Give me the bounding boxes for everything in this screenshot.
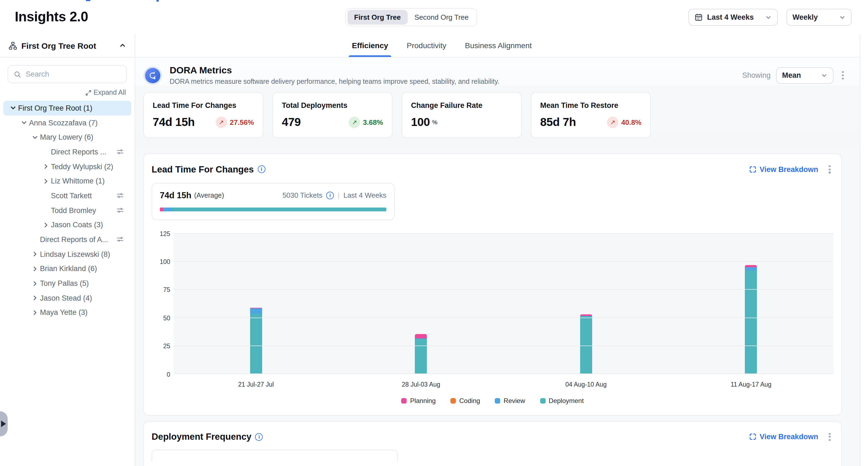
granularity-value: Weekly <box>793 13 818 21</box>
chevron-down-icon[interactable] <box>19 120 29 125</box>
caret-right-icon <box>1 420 6 427</box>
chevron-down-icon <box>821 72 828 79</box>
org-tab-first[interactable]: First Org Tree <box>347 10 407 25</box>
dora-metrics-band: DORA Metrics DORA metrics measure softwa… <box>135 58 860 148</box>
stacked-bar-11-aug-17-aug[interactable] <box>745 265 757 374</box>
tree-item-first-org-tree-root-1[interactable]: First Org Tree Root (1) <box>3 101 131 115</box>
filter-sliders-icon[interactable] <box>117 236 124 243</box>
chevron-right-icon[interactable] <box>30 251 40 257</box>
phase-distribution-bar <box>160 207 386 211</box>
filter-sliders-icon[interactable] <box>117 192 124 199</box>
date-range-select[interactable]: Last 4 Weeks <box>688 9 778 26</box>
section-more-menu[interactable] <box>826 431 834 443</box>
tree-item-jason-coats-3[interactable]: Jason Coats (3) <box>3 218 131 232</box>
legend-item-planning[interactable]: Planning <box>401 397 436 404</box>
metric-card-change-failure-rate: Change Failure Rate 100% <box>402 92 522 138</box>
granularity-select[interactable]: Weekly <box>786 9 851 26</box>
panel-expand-handle[interactable] <box>0 411 8 436</box>
legend-swatch <box>401 398 407 403</box>
chevron-right-icon[interactable] <box>40 178 51 184</box>
tree-item-liz-whittome-1[interactable]: Liz Whittome (1) <box>3 174 131 188</box>
chevron-down-icon[interactable] <box>30 135 40 140</box>
org-tree-sidebar: First Org Tree Root Expand All First Org… <box>0 34 135 466</box>
gridline <box>174 289 834 290</box>
tree-item-mary-lowery-6[interactable]: Mary Lowery (6) <box>3 130 131 145</box>
view-tabs: EfficiencyProductivityBusiness Alignment <box>135 34 860 58</box>
filter-sliders-icon[interactable] <box>117 148 124 155</box>
chevron-down-icon[interactable] <box>8 106 18 111</box>
trend-badge: ↗ 40.8% <box>607 116 642 128</box>
chevron-right-icon[interactable] <box>30 266 40 271</box>
sidebar-header: First Org Tree Root <box>0 34 135 58</box>
phase-segment-review <box>164 207 172 211</box>
section-more-menu[interactable] <box>826 163 834 175</box>
metric-value: 100 <box>411 116 430 129</box>
tree-item-brian-kirkland-6[interactable]: Brian Kirkland (6) <box>3 261 131 276</box>
scrollbar-track[interactable] <box>860 34 868 466</box>
legend-label: Deployment <box>549 397 584 404</box>
legend-item-review[interactable]: Review <box>495 397 525 404</box>
tree-item-scott-tarkett[interactable]: Scott Tarkett <box>3 188 131 203</box>
tree-item-jason-stead-4[interactable]: Jason Stead (4) <box>3 291 131 305</box>
y-tick-label: 100 <box>160 259 170 265</box>
value-unit: % <box>432 119 438 125</box>
trend-badge: ↗ 3.68% <box>349 116 383 128</box>
main-content: EfficiencyProductivityBusiness Alignment <box>135 34 860 466</box>
section-title: Deployment Frequency <box>152 432 251 442</box>
tree-item-maya-yette-3[interactable]: Maya Yette (3) <box>3 305 131 320</box>
chevron-right-icon[interactable] <box>30 295 40 301</box>
metric-card-lead-time-for-changes: Lead Time For Changes 74d 15h ↗ 27.56% <box>144 92 263 138</box>
chevron-right-icon[interactable] <box>40 164 51 169</box>
chevron-right-icon[interactable] <box>30 310 40 315</box>
tree-item-todd-bromley[interactable]: Todd Bromley <box>3 203 131 218</box>
chart-column <box>339 233 503 374</box>
y-tick-label: 75 <box>163 287 170 293</box>
expand-arrows-icon <box>85 90 91 95</box>
gridline <box>174 261 834 262</box>
chevron-right-icon[interactable] <box>40 222 51 228</box>
chevron-right-icon[interactable] <box>30 281 40 286</box>
info-icon[interactable]: i <box>255 433 263 441</box>
tree-item-direct-reports[interactable]: Direct Reports ... <box>3 145 131 159</box>
legend-label: Coding <box>459 397 480 404</box>
stacked-bar-28-jul-03-aug[interactable] <box>415 334 427 374</box>
info-icon[interactable]: i <box>326 192 334 199</box>
sprint-iteration-icon <box>145 68 160 83</box>
tree-item-direct-reports-of-a[interactable]: Direct Reports of A... <box>3 232 131 247</box>
page-title: Insights 2.0 <box>15 9 88 25</box>
org-tree: First Org Tree Root (1)Anna Scozzafava (… <box>0 101 135 320</box>
tab-productivity[interactable]: Productivity <box>407 34 446 57</box>
tree-item-lindsay-liszewski-8[interactable]: Lindsay Liszewski (8) <box>3 247 131 261</box>
showing-mode-select[interactable]: Mean <box>776 67 834 84</box>
expand-all-button[interactable]: Expand All <box>0 88 135 100</box>
legend-item-coding[interactable]: Coding <box>451 397 480 404</box>
tickets-count: 5030 Tickets <box>282 191 322 199</box>
average-value: 74d 15h <box>160 190 191 200</box>
lead-time-section: Lead Time For Changes i View Breakdown 7… <box>144 153 842 415</box>
metric-title: Change Failure Rate <box>411 101 512 110</box>
stacked-bar-04-aug-10-aug[interactable] <box>580 314 592 374</box>
info-icon[interactable]: i <box>258 166 266 173</box>
y-tick-label: 125 <box>160 230 170 237</box>
tab-business-alignment[interactable]: Business Alignment <box>465 34 532 57</box>
collapse-sidebar-chevron-up-icon[interactable] <box>119 42 126 49</box>
tree-item-label: Anna Scozzafava (7) <box>29 119 98 127</box>
search-input[interactable] <box>26 70 121 78</box>
tree-item-tony-pallas-5[interactable]: Tony Pallas (5) <box>3 276 131 291</box>
tree-item-label: Maya Yette (3) <box>40 309 88 317</box>
tab-efficiency[interactable]: Efficiency <box>352 34 388 57</box>
view-breakdown-link[interactable]: View Breakdown <box>749 165 818 174</box>
chart-legend: PlanningCodingReviewDeployment <box>152 397 834 415</box>
tree-item-label: Direct Reports of A... <box>40 235 108 244</box>
filter-sliders-icon[interactable] <box>117 207 124 214</box>
org-tab-second[interactable]: Second Org Tree <box>408 10 475 25</box>
tree-item-teddy-wylupski-2[interactable]: Teddy Wylupski (2) <box>3 159 131 174</box>
chevron-down-icon <box>839 14 845 21</box>
legend-item-deployment[interactable]: Deployment <box>540 397 584 404</box>
bar-segment-deployment <box>745 271 757 374</box>
legend-swatch <box>495 398 500 403</box>
tree-item-anna-scozzafava-7[interactable]: Anna Scozzafava (7) <box>3 115 131 130</box>
view-breakdown-link[interactable]: View Breakdown <box>749 433 818 441</box>
dora-more-menu[interactable] <box>839 69 847 81</box>
tree-item-label: Teddy Wylupski (2) <box>51 163 113 171</box>
